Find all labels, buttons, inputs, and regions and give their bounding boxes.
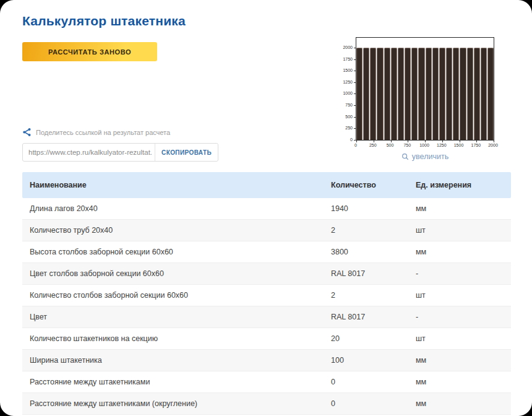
x-tick-mark bbox=[425, 141, 426, 142]
table-row: Количество штакетников на секцию20шт bbox=[22, 328, 511, 350]
row-unit: шт bbox=[416, 226, 504, 235]
row-name: Ширина штакетника bbox=[30, 356, 331, 365]
x-tick-mark bbox=[442, 141, 443, 142]
x-tick-label: 750 bbox=[403, 143, 411, 147]
x-tick-label: 1250 bbox=[437, 143, 447, 147]
row-quantity: RAL 8017 bbox=[331, 269, 416, 278]
picket-bar bbox=[467, 48, 473, 140]
y-tick-mark bbox=[354, 105, 356, 106]
x-tick-mark bbox=[494, 141, 494, 142]
picket-bars bbox=[356, 38, 494, 140]
picket-bar bbox=[481, 48, 487, 140]
picket-bar bbox=[384, 48, 390, 140]
table-row: Ширина штакетника100мм bbox=[22, 350, 511, 371]
picket-bar bbox=[446, 48, 452, 140]
magnifier-icon bbox=[401, 153, 409, 160]
share-url-box: СКОПИРОВАТЬ bbox=[22, 143, 218, 162]
x-tick-mark bbox=[460, 141, 460, 142]
x-tick-label: 1750 bbox=[471, 143, 481, 147]
y-tick-mark bbox=[354, 48, 356, 48]
picket-bar bbox=[405, 48, 411, 140]
picket-bar bbox=[432, 48, 439, 140]
row-unit: мм bbox=[416, 399, 504, 408]
table-row: Расстояние между штакетниками0мм bbox=[22, 371, 511, 393]
x-tick-mark bbox=[476, 141, 477, 142]
y-tick-mark bbox=[354, 59, 356, 60]
y-tick-mark bbox=[354, 82, 356, 83]
chart-zoom-link-label: увеличить bbox=[412, 152, 448, 161]
picket-bar bbox=[398, 48, 404, 140]
picket-bar bbox=[391, 48, 397, 140]
y-tick-label: 1500 bbox=[343, 68, 353, 72]
share-label: Поделитесь ссылкой на результат расчета bbox=[36, 129, 170, 136]
row-name: Количество штакетников на секцию bbox=[30, 334, 331, 343]
row-quantity: 0 bbox=[331, 378, 416, 386]
picket-bar bbox=[411, 48, 418, 140]
y-tick-label: 2000 bbox=[343, 45, 353, 49]
y-tick-label: 0 bbox=[350, 137, 353, 142]
table-body: Длина лагов 20x401940ммКоличество труб 2… bbox=[22, 198, 511, 415]
x-tick-label: 0 bbox=[354, 143, 357, 147]
row-quantity: 100 bbox=[331, 356, 416, 365]
row-unit: мм bbox=[416, 356, 504, 365]
row-quantity: 20 bbox=[331, 334, 416, 343]
row-name: Цвет столбов заборной секции 60x60 bbox=[30, 269, 331, 278]
table-header-quantity: Количество bbox=[331, 181, 416, 189]
copy-button[interactable]: СКОПИРОВАТЬ bbox=[155, 144, 218, 161]
row-quantity: 2 bbox=[331, 291, 416, 300]
recalculate-button[interactable]: РАССЧИТАТЬ ЗАНОВО bbox=[22, 42, 157, 61]
share-row: Поделитесь ссылкой на результат расчета bbox=[22, 128, 170, 137]
picket-bar bbox=[460, 48, 466, 140]
row-quantity: 0 bbox=[331, 399, 416, 408]
row-name: Расстояние между штакетниками bbox=[30, 378, 331, 386]
x-tick-label: 2000 bbox=[488, 143, 498, 147]
chart-x-axis: 025050075010001250150017502000 bbox=[356, 143, 493, 149]
y-tick-label: 250 bbox=[345, 126, 353, 130]
table-row: Расстояние между штакетниками (округлени… bbox=[22, 393, 511, 415]
row-quantity: 2 bbox=[331, 226, 416, 235]
y-tick-label: 1750 bbox=[343, 56, 353, 61]
x-tick-label: 1000 bbox=[419, 143, 429, 147]
calculator-page: Калькулятор штакетника РАССЧИТАТЬ ЗАНОВО… bbox=[0, 0, 532, 416]
row-name: Количество столбов заборной секции 60x60 bbox=[30, 291, 331, 300]
x-tick-label: 500 bbox=[387, 143, 394, 147]
row-quantity: RAL 8017 bbox=[331, 313, 416, 321]
y-tick-mark bbox=[354, 93, 356, 94]
y-tick-mark bbox=[354, 128, 356, 129]
chart-y-axis: 025050075010001250150017502000 bbox=[333, 37, 353, 139]
x-tick-label: 250 bbox=[369, 143, 377, 147]
picket-chart-plot bbox=[356, 37, 494, 141]
x-tick-label: 1500 bbox=[454, 143, 464, 147]
table-row: Длина лагов 20x401940мм bbox=[22, 198, 511, 220]
row-quantity: 1940 bbox=[331, 204, 416, 213]
x-tick-mark bbox=[391, 141, 392, 142]
row-name: Расстояние между штакетниками (округлени… bbox=[30, 399, 331, 408]
row-name: Количество труб 20x40 bbox=[30, 226, 331, 235]
row-unit: шт bbox=[416, 291, 504, 300]
picket-bar bbox=[356, 48, 363, 140]
y-tick-label: 500 bbox=[345, 114, 353, 118]
table-row: Количество труб 20x402шт bbox=[22, 220, 511, 241]
picket-bar bbox=[363, 48, 369, 140]
x-tick-mark bbox=[408, 141, 408, 142]
row-name: Высота столбов заборной секции 60x60 bbox=[30, 248, 331, 256]
row-unit: - bbox=[416, 269, 504, 278]
chart-zoom-link[interactable]: увеличить bbox=[356, 152, 494, 161]
table-header-name: Наименование bbox=[30, 181, 331, 189]
row-unit: мм bbox=[416, 378, 504, 386]
y-tick-label: 750 bbox=[345, 103, 353, 107]
y-tick-mark bbox=[354, 117, 356, 118]
y-tick-label: 1000 bbox=[343, 91, 353, 95]
x-tick-mark bbox=[374, 141, 374, 142]
results-table: Наименование Количество Ед. измерения Дл… bbox=[22, 172, 511, 415]
row-unit: - bbox=[416, 313, 504, 321]
picket-bar bbox=[370, 48, 376, 140]
y-tick-mark bbox=[354, 140, 356, 141]
row-unit: шт bbox=[416, 334, 504, 343]
share-url-input[interactable] bbox=[23, 144, 155, 161]
table-row: Высота столбов заборной секции 60x603800… bbox=[22, 241, 511, 263]
share-icon bbox=[22, 128, 32, 137]
picket-bar bbox=[377, 48, 383, 140]
picket-bar bbox=[474, 48, 480, 140]
picket-bar bbox=[453, 48, 459, 140]
